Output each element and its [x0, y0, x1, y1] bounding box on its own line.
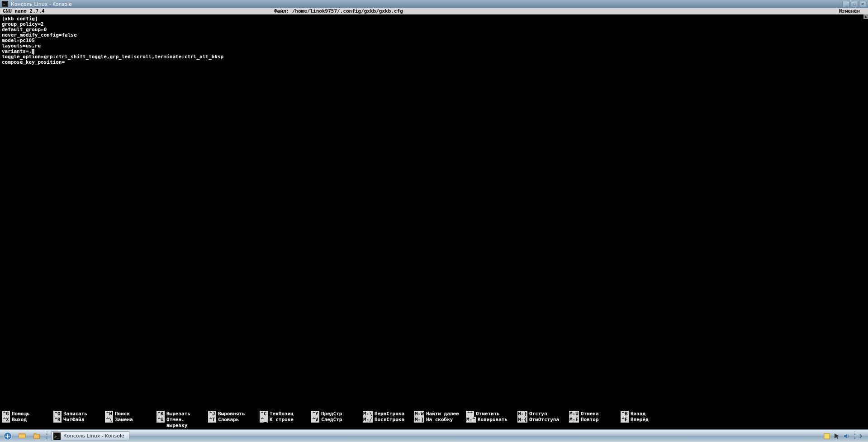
editor-line: compose_key_position=: [2, 60, 866, 65]
shortcut-label: На скобку: [426, 417, 453, 423]
shortcut-label: К строке: [270, 417, 294, 423]
konsole-icon: >_: [53, 433, 61, 440]
nano-shortcut: M-]На скобку: [414, 417, 466, 428]
shortcut-label: Выход: [12, 417, 27, 423]
scrollbar[interactable]: ▲: [863, 14, 868, 411]
app-icon: >_: [2, 1, 8, 7]
nano-shortcut: ^CТекПозиц: [260, 411, 311, 417]
system-tray: [823, 432, 866, 441]
nano-shortcut: ^BНазад: [621, 411, 672, 417]
shortcut-key: M-/: [363, 417, 373, 423]
editor-line: never_modify_config=false: [2, 33, 866, 38]
shortcut-key: M-}: [517, 411, 527, 417]
nano-shortcut: M-EПовтор: [569, 417, 621, 428]
nano-shortcut-bar: ^GПомощь^OЗаписать^WПоиск^KВырезать^JВыр…: [0, 411, 868, 429]
nano-shortcut: M-\ПервСтрока: [363, 411, 414, 417]
shortcut-label: ТекПозиц: [270, 411, 294, 417]
nano-shortcut: M-WНайти далее: [414, 411, 466, 417]
shortcut-key: ^_: [260, 417, 268, 423]
nano-version: GNU nano 2.7.4: [3, 8, 274, 14]
nano-shortcut: M-/ПослСтрока: [363, 417, 414, 428]
nano-shortcut: M-{ОтмОтступа: [517, 417, 569, 428]
maximize-button[interactable]: ▭: [851, 1, 858, 7]
shortcut-label: Вырезать: [166, 411, 190, 417]
taskbar-item-konsole[interactable]: >_ Консоль Linux - Konsole: [51, 431, 129, 441]
shortcut-label: Отмена: [581, 411, 599, 417]
shortcut-key: ^X: [2, 417, 10, 423]
shortcut-label: СледСтр: [321, 417, 342, 423]
nano-header: GNU nano 2.7.4 Файл: /home/linok9757/.co…: [0, 8, 868, 14]
shortcut-label: Повтор: [581, 417, 599, 423]
shortcut-label: ОтмОтступа: [529, 417, 559, 423]
nano-shortcut: ^TСловарь: [208, 417, 260, 428]
shortcut-label: Записать: [63, 411, 87, 417]
shortcut-key: M-W: [414, 411, 424, 417]
svg-text:>_: >_: [3, 3, 7, 6]
shortcut-key: ^V: [311, 417, 319, 423]
shortcut-label: ПослСтрока: [375, 417, 404, 423]
show-desktop-icon[interactable]: [16, 431, 28, 441]
nano-shortcut: ^KВырезать: [157, 411, 208, 417]
shortcut-key: M-^: [466, 417, 476, 423]
shortcut-key: M-U: [569, 411, 579, 417]
shortcut-label: ПредСтр: [321, 411, 342, 417]
taskbar: >_ Консоль Linux - Konsole: [0, 429, 868, 442]
nano-shortcut: ^^Отметить: [466, 411, 517, 417]
editor-line: default_group=0: [2, 27, 866, 33]
shortcut-key: ^\: [105, 417, 113, 423]
minimize-button[interactable]: _: [843, 1, 850, 7]
taskbar-item-label: Консоль Linux - Konsole: [63, 433, 124, 439]
editor-line: [xkb config]: [2, 16, 866, 22]
places-icon[interactable]: [31, 431, 43, 441]
shortcut-label: Найти далее: [426, 411, 459, 417]
shortcut-label: Помощь: [12, 411, 30, 417]
nano-shortcut: ^RЧитФайл: [53, 417, 105, 428]
shortcut-key: ^B: [621, 411, 629, 417]
shortcut-key: ^G: [2, 411, 10, 417]
shortcut-label: Копировать: [478, 417, 508, 423]
nano-shortcut: ^_К строке: [260, 417, 311, 428]
nano-shortcut: ^\Замена: [105, 417, 157, 428]
nano-filepath: Файл: /home/linok9757/.config/gxkb/gxkb.…: [274, 8, 839, 14]
shortcut-label: Замена: [115, 417, 133, 423]
scroll-up-icon[interactable]: ▲: [863, 14, 868, 19]
shortcut-key: M-{: [517, 417, 527, 423]
svg-text:>_: >_: [54, 434, 59, 439]
shortcut-key: M-E: [569, 417, 579, 423]
close-button[interactable]: ✕: [859, 1, 866, 7]
svg-rect-10: [824, 433, 830, 439]
editor-line: layouts=us,ru: [2, 43, 866, 49]
shortcut-key: ^R: [53, 417, 62, 423]
terminal-editor-area[interactable]: [xkb config]group_policy=2default_group=…: [0, 14, 868, 411]
shortcut-label: Выровнять: [218, 411, 245, 417]
nano-shortcut: ^GПомощь: [2, 411, 53, 417]
editor-line: toggle_option=grp:ctrl_shift_toggle,grp_…: [2, 54, 866, 60]
nano-shortcut: ^JВыровнять: [208, 411, 260, 417]
shortcut-key: ^C: [260, 411, 268, 417]
start-menu-button[interactable]: [2, 431, 14, 441]
shortcut-key: ^Y: [311, 411, 319, 417]
shortcut-key: ^K: [157, 411, 165, 417]
nano-shortcut: ^FВперёд: [621, 417, 672, 428]
tray-pointer-icon[interactable]: [833, 433, 840, 440]
shortcut-key: ^T: [208, 417, 216, 423]
nano-shortcut: ^WПоиск: [105, 411, 157, 417]
shortcut-label: Отмен. вырезку: [166, 417, 208, 428]
nano-shortcut: M-UОтмена: [569, 411, 621, 417]
shortcut-key: M-]: [414, 417, 424, 423]
tray-volume-icon[interactable]: [843, 433, 850, 440]
nano-shortcut: ^XВыход: [2, 417, 53, 428]
shortcut-label: Назад: [631, 411, 645, 417]
window-title: Консоль Linux - Konsole: [11, 1, 840, 7]
svg-rect-5: [19, 433, 26, 435]
shortcut-label: Словарь: [218, 417, 239, 423]
nano-shortcut: M-}Отступ: [517, 411, 569, 417]
shortcut-key: M-\: [363, 411, 373, 417]
tray-notes-icon[interactable]: [823, 433, 830, 440]
shortcut-key: ^U: [157, 417, 165, 423]
nano-modified-indicator: Изменён: [839, 8, 865, 14]
shortcut-key: ^O: [53, 411, 62, 417]
nano-shortcut: ^VСледСтр: [311, 417, 363, 428]
taskbar-separator: [46, 432, 47, 441]
tray-expand-icon[interactable]: [859, 433, 863, 440]
